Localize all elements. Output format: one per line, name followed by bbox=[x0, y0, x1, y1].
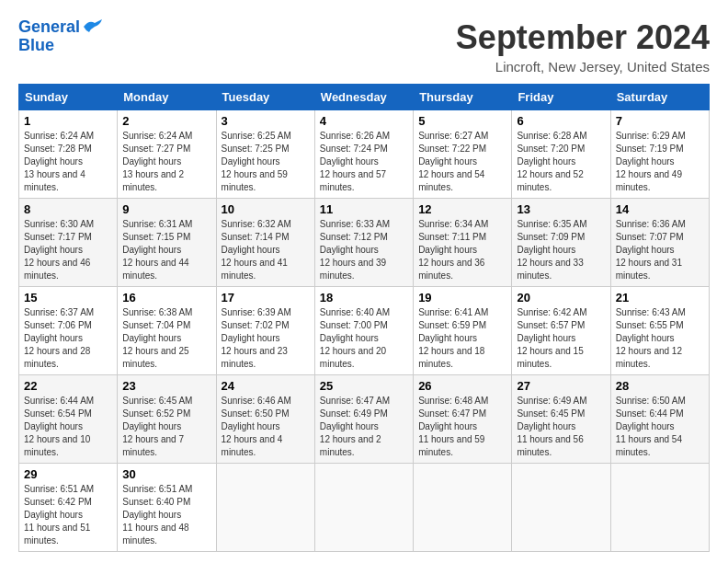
day-info: Sunrise: 6:39 AM Sunset: 7:02 PM Dayligh… bbox=[222, 306, 310, 371]
calendar-cell: 7 Sunrise: 6:29 AM Sunset: 7:19 PM Dayli… bbox=[610, 110, 709, 199]
day-info: Sunrise: 6:47 AM Sunset: 6:49 PM Dayligh… bbox=[320, 395, 408, 459]
day-number: 26 bbox=[418, 379, 506, 393]
day-number: 25 bbox=[320, 379, 408, 393]
day-info: Sunrise: 6:31 AM Sunset: 7:15 PM Dayligh… bbox=[122, 218, 210, 282]
calendar-cell: 27 Sunrise: 6:49 AM Sunset: 6:45 PM Dayl… bbox=[512, 375, 610, 464]
calendar-cell: 25 Sunrise: 6:47 AM Sunset: 6:49 PM Dayl… bbox=[314, 375, 413, 464]
day-info: Sunrise: 6:48 AM Sunset: 6:47 PM Dayligh… bbox=[418, 395, 506, 459]
calendar-header-monday: Monday bbox=[118, 85, 216, 110]
title-area: September 2024 Lincroft, New Jersey, Uni… bbox=[456, 18, 710, 75]
day-info: Sunrise: 6:26 AM Sunset: 7:24 PM Dayligh… bbox=[320, 130, 408, 194]
day-number: 21 bbox=[616, 291, 704, 304]
day-info: Sunrise: 6:37 AM Sunset: 7:06 PM Dayligh… bbox=[24, 306, 112, 371]
calendar-cell bbox=[610, 464, 709, 552]
day-number: 22 bbox=[24, 379, 112, 393]
day-number: 14 bbox=[616, 202, 704, 216]
day-info: Sunrise: 6:28 AM Sunset: 7:20 PM Dayligh… bbox=[517, 130, 605, 194]
calendar-week-row: 22 Sunrise: 6:44 AM Sunset: 6:54 PM Dayl… bbox=[19, 375, 710, 464]
day-number: 8 bbox=[24, 202, 112, 216]
calendar-cell: 12 Sunrise: 6:34 AM Sunset: 7:11 PM Dayl… bbox=[414, 199, 512, 287]
calendar-cell: 16 Sunrise: 6:38 AM Sunset: 7:04 PM Dayl… bbox=[118, 287, 216, 375]
day-number: 10 bbox=[222, 202, 310, 216]
calendar-cell: 18 Sunrise: 6:40 AM Sunset: 7:00 PM Dayl… bbox=[314, 287, 413, 375]
day-number: 20 bbox=[517, 291, 605, 304]
calendar-cell: 8 Sunrise: 6:30 AM Sunset: 7:17 PM Dayli… bbox=[19, 199, 118, 287]
calendar-week-row: 8 Sunrise: 6:30 AM Sunset: 7:17 PM Dayli… bbox=[19, 199, 710, 287]
day-info: Sunrise: 6:32 AM Sunset: 7:14 PM Dayligh… bbox=[222, 218, 310, 282]
calendar-cell: 4 Sunrise: 6:26 AM Sunset: 7:24 PM Dayli… bbox=[314, 110, 413, 199]
calendar-header-saturday: Saturday bbox=[610, 85, 709, 110]
day-number: 13 bbox=[517, 202, 605, 216]
day-info: Sunrise: 6:25 AM Sunset: 7:25 PM Dayligh… bbox=[222, 130, 310, 194]
header: General Blue September 2024 Lincroft, Ne… bbox=[18, 18, 710, 75]
calendar-cell: 2 Sunrise: 6:24 AM Sunset: 7:27 PM Dayli… bbox=[118, 110, 216, 199]
day-number: 18 bbox=[320, 291, 408, 304]
day-info: Sunrise: 6:24 AM Sunset: 7:27 PM Dayligh… bbox=[122, 130, 210, 194]
calendar-cell: 15 Sunrise: 6:37 AM Sunset: 7:06 PM Dayl… bbox=[19, 287, 118, 375]
calendar-cell: 30 Sunrise: 6:51 AM Sunset: 6:40 PM Dayl… bbox=[118, 464, 216, 552]
day-number: 4 bbox=[320, 114, 408, 128]
day-number: 5 bbox=[418, 114, 506, 128]
calendar-cell: 24 Sunrise: 6:46 AM Sunset: 6:50 PM Dayl… bbox=[216, 375, 314, 464]
day-number: 2 bbox=[122, 114, 210, 128]
day-number: 15 bbox=[24, 291, 112, 304]
day-info: Sunrise: 6:30 AM Sunset: 7:17 PM Dayligh… bbox=[24, 218, 112, 282]
day-info: Sunrise: 6:45 AM Sunset: 6:52 PM Dayligh… bbox=[122, 395, 210, 459]
calendar-week-row: 15 Sunrise: 6:37 AM Sunset: 7:06 PM Dayl… bbox=[19, 287, 710, 375]
calendar-header-tuesday: Tuesday bbox=[216, 85, 314, 110]
day-number: 3 bbox=[222, 114, 310, 128]
calendar-week-row: 29 Sunrise: 6:51 AM Sunset: 6:42 PM Dayl… bbox=[19, 464, 710, 552]
day-info: Sunrise: 6:29 AM Sunset: 7:19 PM Dayligh… bbox=[616, 130, 704, 194]
logo-bird-icon bbox=[82, 19, 102, 34]
day-info: Sunrise: 6:50 AM Sunset: 6:44 PM Dayligh… bbox=[616, 395, 704, 459]
calendar: SundayMondayTuesdayWednesdayThursdayFrid… bbox=[18, 84, 710, 552]
day-info: Sunrise: 6:24 AM Sunset: 7:28 PM Dayligh… bbox=[24, 130, 112, 194]
day-info: Sunrise: 6:35 AM Sunset: 7:09 PM Dayligh… bbox=[517, 218, 605, 282]
day-number: 27 bbox=[517, 379, 605, 393]
calendar-cell bbox=[512, 464, 610, 552]
day-number: 23 bbox=[122, 379, 210, 393]
calendar-cell: 14 Sunrise: 6:36 AM Sunset: 7:07 PM Dayl… bbox=[610, 199, 709, 287]
day-number: 17 bbox=[222, 291, 310, 304]
day-info: Sunrise: 6:41 AM Sunset: 6:59 PM Dayligh… bbox=[418, 306, 506, 371]
calendar-cell: 22 Sunrise: 6:44 AM Sunset: 6:54 PM Dayl… bbox=[19, 375, 118, 464]
calendar-cell: 9 Sunrise: 6:31 AM Sunset: 7:15 PM Dayli… bbox=[118, 199, 216, 287]
calendar-cell: 29 Sunrise: 6:51 AM Sunset: 6:42 PM Dayl… bbox=[19, 464, 118, 552]
calendar-cell: 11 Sunrise: 6:33 AM Sunset: 7:12 PM Dayl… bbox=[314, 199, 413, 287]
day-info: Sunrise: 6:38 AM Sunset: 7:04 PM Dayligh… bbox=[122, 306, 210, 371]
month-title: September 2024 bbox=[456, 18, 710, 57]
logo-text: General bbox=[18, 18, 80, 37]
day-number: 7 bbox=[616, 114, 704, 128]
day-number: 1 bbox=[24, 114, 112, 128]
calendar-cell: 10 Sunrise: 6:32 AM Sunset: 7:14 PM Dayl… bbox=[216, 199, 314, 287]
day-number: 9 bbox=[122, 202, 210, 216]
calendar-cell: 3 Sunrise: 6:25 AM Sunset: 7:25 PM Dayli… bbox=[216, 110, 314, 199]
calendar-cell: 23 Sunrise: 6:45 AM Sunset: 6:52 PM Dayl… bbox=[118, 375, 216, 464]
calendar-cell: 1 Sunrise: 6:24 AM Sunset: 7:28 PM Dayli… bbox=[19, 110, 118, 199]
calendar-header-friday: Friday bbox=[512, 85, 610, 110]
day-number: 28 bbox=[616, 379, 704, 393]
day-number: 6 bbox=[517, 114, 605, 128]
calendar-cell: 21 Sunrise: 6:43 AM Sunset: 6:55 PM Dayl… bbox=[610, 287, 709, 375]
day-info: Sunrise: 6:46 AM Sunset: 6:50 PM Dayligh… bbox=[222, 395, 310, 459]
calendar-cell: 5 Sunrise: 6:27 AM Sunset: 7:22 PM Dayli… bbox=[414, 110, 512, 199]
calendar-cell: 17 Sunrise: 6:39 AM Sunset: 7:02 PM Dayl… bbox=[216, 287, 314, 375]
day-number: 24 bbox=[222, 379, 310, 393]
calendar-cell: 19 Sunrise: 6:41 AM Sunset: 6:59 PM Dayl… bbox=[414, 287, 512, 375]
calendar-cell: 20 Sunrise: 6:42 AM Sunset: 6:57 PM Dayl… bbox=[512, 287, 610, 375]
calendar-cell: 28 Sunrise: 6:50 AM Sunset: 6:44 PM Dayl… bbox=[610, 375, 709, 464]
calendar-header-thursday: Thursday bbox=[414, 85, 512, 110]
location-title: Lincroft, New Jersey, United States bbox=[456, 59, 710, 75]
day-number: 30 bbox=[122, 467, 210, 481]
calendar-cell: 26 Sunrise: 6:48 AM Sunset: 6:47 PM Dayl… bbox=[414, 375, 512, 464]
calendar-header-sunday: Sunday bbox=[19, 85, 118, 110]
day-info: Sunrise: 6:51 AM Sunset: 6:42 PM Dayligh… bbox=[24, 483, 112, 547]
day-info: Sunrise: 6:44 AM Sunset: 6:54 PM Dayligh… bbox=[24, 395, 112, 459]
day-info: Sunrise: 6:36 AM Sunset: 7:07 PM Dayligh… bbox=[616, 218, 704, 282]
day-info: Sunrise: 6:34 AM Sunset: 7:11 PM Dayligh… bbox=[418, 218, 506, 282]
calendar-cell: 6 Sunrise: 6:28 AM Sunset: 7:20 PM Dayli… bbox=[512, 110, 610, 199]
day-info: Sunrise: 6:27 AM Sunset: 7:22 PM Dayligh… bbox=[418, 130, 506, 194]
day-info: Sunrise: 6:49 AM Sunset: 6:45 PM Dayligh… bbox=[517, 395, 605, 459]
day-number: 11 bbox=[320, 202, 408, 216]
calendar-cell: 13 Sunrise: 6:35 AM Sunset: 7:09 PM Dayl… bbox=[512, 199, 610, 287]
